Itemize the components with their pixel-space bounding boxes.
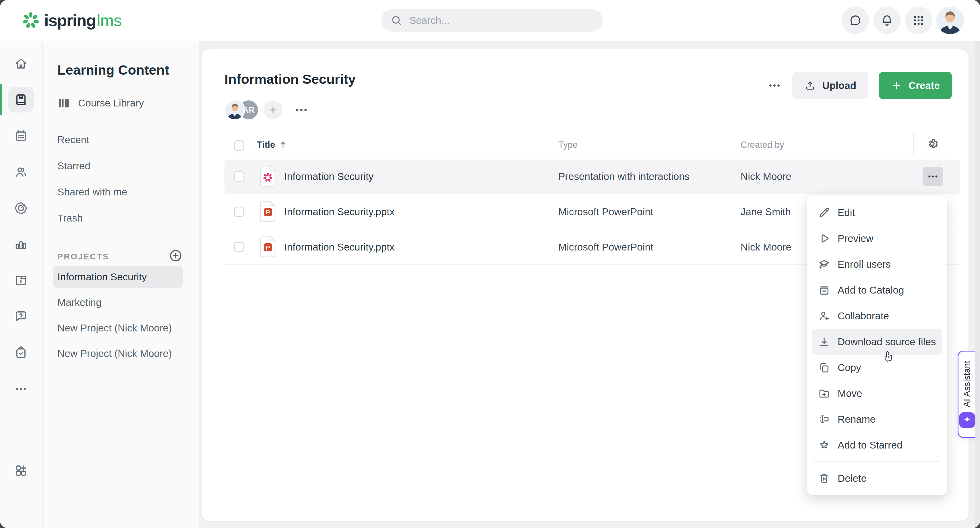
ai-assistant-label: AI Assistant	[962, 361, 972, 407]
logo: ispringlms	[22, 0, 121, 41]
sidebar-project-item[interactable]: New Project (Nick Moore)	[53, 343, 183, 364]
rail-item-support[interactable]	[8, 304, 34, 329]
archive-icon	[818, 284, 830, 296]
rail-item-catalog[interactable]	[8, 267, 34, 293]
pencil-icon	[818, 207, 830, 219]
rail-item-learning-content[interactable]	[8, 87, 34, 113]
sidebar-title: Learning Content	[57, 62, 169, 78]
file-ppt-icon: P	[259, 235, 277, 258]
create-button[interactable]: Create	[879, 72, 952, 99]
context-menu-item[interactable]: Download source files	[812, 329, 942, 355]
rename-icon	[818, 413, 830, 425]
sidebar-nav-item[interactable]: Recent	[43, 127, 199, 153]
context-menu: Edit Preview Enroll users Add to Catalog	[807, 196, 947, 495]
context-menu-item[interactable]: Add to Starred	[812, 432, 942, 458]
row-type: Presentation with interactions	[558, 159, 689, 194]
row-actions-button[interactable]	[923, 167, 943, 186]
context-menu-item[interactable]: Delete	[812, 466, 942, 491]
bell-icon	[880, 14, 894, 27]
plus-icon	[891, 80, 902, 91]
app-window: ispringlms	[0, 0, 980, 528]
column-created-by[interactable]: Created by	[741, 140, 784, 150]
row-checkbox[interactable]	[234, 171, 244, 182]
grid-plus-icon	[14, 464, 28, 477]
top-bar: ispringlms	[0, 0, 980, 41]
row-checkbox[interactable]	[234, 242, 244, 252]
apps-button[interactable]	[905, 6, 932, 34]
select-all-checkbox[interactable]	[234, 140, 244, 151]
context-menu-item[interactable]: Collaborate	[812, 303, 942, 329]
rail-item-reports[interactable]	[8, 195, 34, 221]
user-avatar[interactable]	[936, 6, 964, 34]
collaborator-avatar[interactable]	[224, 100, 245, 120]
context-menu-item[interactable]: Edit	[812, 200, 942, 226]
logo-brand: ispring	[44, 11, 96, 30]
question-icon	[14, 310, 28, 323]
sidebar-nav-item[interactable]: Starred	[43, 153, 199, 179]
rail-item-tasks[interactable]	[8, 340, 34, 366]
scrollbar-track[interactable]	[975, 41, 980, 528]
svg-text:P: P	[266, 244, 270, 251]
sidebar-nav-item[interactable]: Shared with me	[43, 179, 199, 205]
row-title[interactable]: Information Security.pptx	[284, 229, 395, 265]
mouse-cursor-pointer	[882, 349, 896, 363]
context-menu-item[interactable]: Move	[812, 380, 942, 406]
logo-product: lms	[97, 11, 122, 30]
sidebar-nav-item[interactable]: Trash	[43, 205, 199, 231]
ellipsis-icon	[927, 170, 939, 183]
rail-item-users[interactable]	[8, 159, 34, 185]
column-type[interactable]: Type	[558, 140, 578, 150]
row-type: Microsoft PowerPoint	[558, 229, 653, 265]
sidebar-item-course-library[interactable]: Course Library	[57, 95, 144, 111]
folder-move-icon	[818, 387, 830, 399]
sidebar-project-item[interactable]: Information Security	[53, 266, 183, 288]
trash-icon	[818, 472, 830, 484]
rail-item-apps[interactable]	[8, 458, 34, 483]
chat-icon	[849, 14, 862, 27]
page-title: Information Security	[224, 71, 356, 87]
row-checkbox[interactable]	[234, 207, 244, 217]
upload-button[interactable]: Upload	[792, 72, 868, 99]
context-menu-item[interactable]: Rename	[812, 406, 942, 432]
project-more-button[interactable]	[767, 78, 782, 93]
notifications-button[interactable]	[873, 6, 901, 34]
nav-rail	[0, 41, 43, 528]
upload-icon	[804, 80, 816, 91]
search-bar[interactable]	[381, 9, 603, 32]
sidebar-project-item[interactable]: New Project (Nick Moore)	[53, 317, 183, 339]
svg-text:P: P	[266, 209, 270, 216]
row-created-by: Nick Moore	[741, 159, 791, 194]
sidebar: Learning Content Course Library Recent S…	[43, 41, 199, 528]
add-collaborator-button[interactable]	[264, 100, 282, 119]
column-title[interactable]: Title	[257, 140, 288, 150]
context-menu-item[interactable]: Add to Catalog	[812, 277, 942, 303]
table-settings-gear-icon[interactable]	[926, 137, 939, 151]
table-header: Title Type Created by	[224, 134, 960, 159]
search-icon	[390, 14, 402, 26]
context-menu-item[interactable]: Enroll users	[812, 251, 942, 277]
graduation-icon	[818, 258, 830, 270]
file-ispring-icon	[259, 165, 277, 188]
rail-item-more[interactable]	[8, 376, 34, 402]
add-project-button[interactable]	[169, 248, 183, 263]
ai-assistant-tab[interactable]: AI Assistant	[958, 351, 975, 438]
context-menu-item[interactable]: Copy	[812, 355, 942, 380]
collaborators-more-button[interactable]	[294, 102, 309, 118]
row-title[interactable]: Information Security	[284, 159, 374, 194]
ispring-logo-icon	[22, 11, 40, 29]
bar-chart-icon	[14, 237, 28, 251]
rail-item-calendar[interactable]	[8, 123, 34, 149]
row-created-by: Jane Smith	[741, 194, 791, 229]
rail-item-analytics[interactable]	[8, 231, 34, 257]
table-row[interactable]: Information Security Presentation with i…	[202, 159, 969, 194]
rail-item-home[interactable]	[8, 51, 34, 76]
book-icon	[14, 93, 28, 107]
row-title[interactable]: Information Security.pptx	[284, 194, 395, 229]
search-input[interactable]	[409, 14, 593, 26]
sidebar-project-item[interactable]: Marketing	[53, 291, 183, 313]
context-menu-item[interactable]: Preview	[812, 226, 942, 251]
messages-button[interactable]	[842, 6, 869, 34]
user-plus-icon	[818, 310, 830, 322]
home-icon	[14, 57, 28, 70]
header-divider	[913, 132, 914, 155]
